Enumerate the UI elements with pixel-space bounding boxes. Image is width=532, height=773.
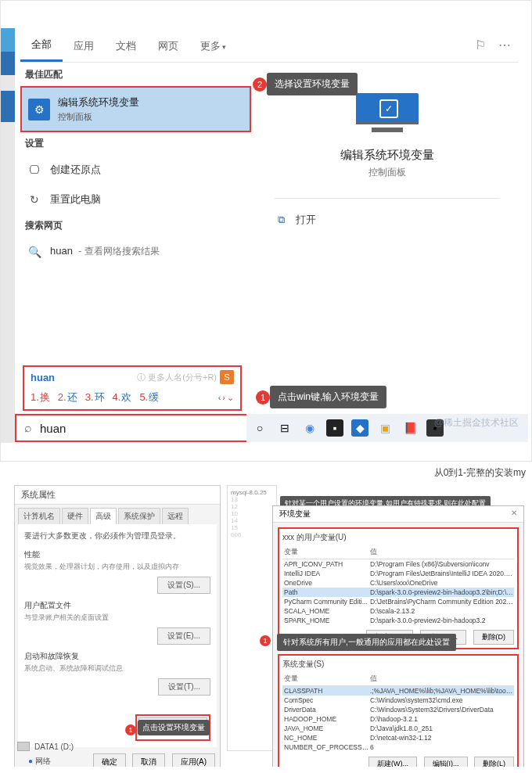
tab-apps[interactable]: 应用: [63, 30, 105, 61]
best-match-item[interactable]: ⚙ 编辑系统环境变量 控制面板: [22, 88, 250, 131]
search-icon: 🔍: [27, 246, 42, 258]
apply-button[interactable]: 应用(A): [172, 753, 215, 767]
app-yellow-icon[interactable]: ▣: [376, 419, 394, 437]
tab-all[interactable]: 全部: [20, 28, 63, 62]
network-item[interactable]: 网络: [28, 756, 51, 767]
table-row: APR_ICONV_PATHD:\Program Files (x86)\Sub…: [282, 559, 514, 569]
perf-sub: 视觉效果，处理器计划，内存使用，以及虚拟内存: [24, 562, 210, 572]
user-vars-table[interactable]: 变量值 APR_ICONV_PATHD:\Program Files (x86)…: [282, 546, 514, 625]
ime-pager[interactable]: ‹›⌄: [218, 393, 234, 403]
large-monitor-icon: [356, 93, 419, 137]
user-vars-label: xxx 的用户变量(U): [282, 532, 514, 543]
annotation-badge-1b: 1: [125, 724, 136, 735]
ime-candidate-3[interactable]: 3.环: [85, 390, 105, 404]
col-val: 值: [370, 674, 514, 684]
env-title-text: 环境变量: [279, 509, 311, 520]
open-icon: ⧉: [278, 214, 285, 225]
sysprops-tab-computer-name[interactable]: 计算机名: [18, 508, 60, 524]
best-match-subtitle: 控制面板: [58, 111, 139, 123]
annotation-badge-2: 2: [253, 77, 267, 92]
annotation-text-2: 选择设置环境变量: [267, 73, 358, 95]
web-search-item[interactable]: 🔍 huan - 查看网络搜索结果: [20, 237, 251, 266]
table-row: CLASSPATH.;%JAVA_HOME%\lib;%JAVA_HOME%\l…: [282, 686, 514, 696]
sysprops-tab-hardware[interactable]: 硬件: [62, 508, 88, 524]
sys-vars-group-highlight: 系统变量(S) 变量值 CLASSPATH.;%JAVA_HOME%\lib;%…: [278, 654, 519, 767]
settings-item-restore-point[interactable]: 🖵 创建还原点: [20, 155, 251, 185]
table-row: DriverDataC:\Windows\System32\Drivers\Dr…: [282, 705, 514, 714]
ime-candidate-1[interactable]: 1.换: [31, 390, 50, 404]
ime-candidates: 1.换 2.还 3.环 4.欢 5.缓 ‹›⌄: [24, 387, 240, 409]
ime-top-row: huan ⓘ 更多人名(分号+R) S: [24, 367, 240, 387]
env-var-icon: ⚙: [28, 99, 50, 120]
terminal-icon[interactable]: ▪: [326, 419, 343, 437]
best-match-highlight-box: ⚙ 编辑系统环境变量 控制面板: [20, 86, 251, 132]
settings-heading: 设置: [25, 137, 251, 150]
drive-item[interactable]: DATA1 (D:): [17, 742, 74, 751]
settings-item-label: 创建还原点: [50, 163, 101, 177]
sysprops-tab-advanced[interactable]: 高级: [90, 508, 117, 524]
annotation-text-5: 针对系统所有用户,一般通用的应用都在此处设置: [277, 634, 456, 651]
ime-candidate-5[interactable]: 5.缓: [139, 390, 159, 404]
ime-query: huan: [31, 372, 137, 383]
perf-settings-button[interactable]: 设置(S)...: [157, 577, 210, 594]
sysprops-body: 要进行大多数更改，你必须作为管理员登录。 性能 视觉效果，处理器计划，内存使用，…: [18, 524, 217, 747]
cancel-button[interactable]: 取消: [132, 753, 165, 767]
best-match-heading: 最佳匹配: [25, 68, 251, 81]
user-vars-group-highlight: xxx 的用户变量(U) 变量值 APR_ICONV_PATHD:\Progra…: [278, 527, 519, 649]
userprofile-sub: 与登录账户相关的桌面设置: [24, 613, 210, 623]
divider: [275, 198, 500, 199]
app-blue-icon[interactable]: ◆: [351, 419, 368, 437]
start-menu-screenshot: 全部 应用 文档 网页 更多 ⚐ ⋯ 最佳匹配 ⚙ 编辑系统环境变量 控制面板 …: [0, 0, 532, 462]
col-var: 变量: [282, 548, 370, 557]
ime-candidate-4[interactable]: 4.欢: [113, 390, 132, 404]
new-sys-var-button[interactable]: 新建(W)...: [368, 757, 417, 767]
edit-sys-var-button[interactable]: 编辑(I)...: [424, 757, 468, 767]
delete-sys-var-button[interactable]: 删除(L): [474, 757, 514, 767]
col-val: 值: [370, 548, 514, 557]
tab-more[interactable]: 更多: [189, 30, 237, 61]
startup-settings-button[interactable]: 设置(T)...: [158, 678, 210, 696]
detail-subtitle: 控制面板: [275, 166, 500, 179]
best-match-title: 编辑系统环境变量: [58, 95, 139, 110]
app-red-icon[interactable]: 📕: [401, 419, 419, 437]
top-right-icons: ⚐ ⋯: [475, 38, 519, 52]
table-row: ComSpecC:\Windows\system32\cmd.exe: [282, 696, 514, 705]
search-results-left: 最佳匹配 ⚙ 编辑系统环境变量 控制面板 设置 🖵 创建还原点 ↻ 重置此电脑 …: [20, 63, 251, 266]
table-row: PathD:\spark-3.0.0-preview2-bin-hadoop3.…: [282, 588, 514, 597]
task-view-icon[interactable]: ⊟: [276, 419, 293, 437]
env-title-bar: 环境变量 ✕: [273, 506, 523, 523]
ok-button[interactable]: 确定: [93, 753, 126, 767]
delete-user-var-button[interactable]: 删除(D): [473, 630, 515, 645]
chrome-icon[interactable]: ◉: [301, 419, 318, 437]
ime-candidate-2[interactable]: 2.还: [58, 390, 77, 404]
best-match-text: 编辑系统环境变量 控制面板: [58, 95, 139, 123]
open-action[interactable]: ⧉ 打开: [275, 208, 500, 232]
window-edge-strip: [1, 28, 15, 443]
page-title-fragment: 从0到1-完整的安装my: [434, 466, 526, 480]
feedback-icon[interactable]: ⚐: [475, 38, 486, 52]
tab-docs[interactable]: 文档: [105, 30, 147, 61]
windows-search-input[interactable]: ⌕ huan: [15, 414, 257, 442]
userprofile-settings-button[interactable]: 设置(E)...: [157, 627, 210, 645]
watermark: @稀土掘金技术社区: [434, 416, 519, 430]
open-label: 打开: [296, 214, 316, 225]
detail-title: 编辑系统环境变量: [275, 148, 500, 163]
table-row: IntelliJ IDEAD:\Program Files\JetBrains\…: [282, 569, 514, 578]
annotation-badge-1: 1: [256, 390, 270, 404]
tab-web[interactable]: 网页: [147, 30, 189, 61]
drive-label: DATA1 (D:): [34, 742, 74, 751]
web-search-heading: 搜索网页: [25, 219, 251, 232]
settings-item-reset-pc[interactable]: ↻ 重置此电脑: [20, 185, 251, 214]
sys-vars-table[interactable]: 变量值 CLASSPATH.;%JAVA_HOME%\lib;%JAVA_HOM…: [282, 673, 514, 752]
col-var: 变量: [282, 674, 370, 684]
close-icon[interactable]: ✕: [511, 509, 517, 520]
web-search-query: huan: [50, 245, 73, 257]
reset-icon: ↻: [27, 193, 42, 206]
sysprops-tab-remote[interactable]: 远程: [162, 508, 189, 524]
more-options-icon[interactable]: ⋯: [498, 38, 511, 52]
web-search-suffix: - 查看网络搜索结果: [76, 246, 160, 257]
table-row: SPARK_HOMED:\spark-3.0.0-preview2-bin-ha…: [282, 616, 514, 625]
sysprops-tab-protection[interactable]: 系统保护: [118, 508, 160, 524]
startup-sub: 系统启动、系统故障和调试信息: [24, 663, 210, 674]
cortana-icon[interactable]: ○: [251, 419, 268, 437]
